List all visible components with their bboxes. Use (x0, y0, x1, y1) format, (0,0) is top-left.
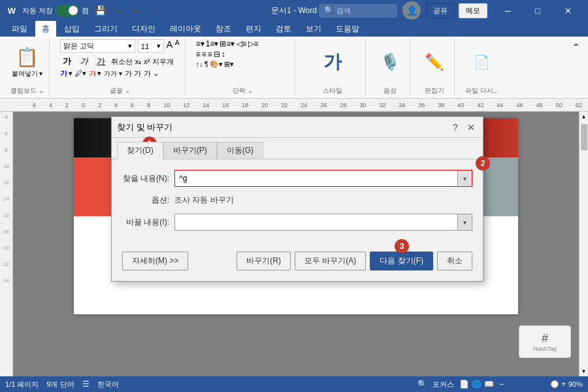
italic-btn[interactable]: 가 (77, 56, 91, 67)
find-dropdown-btn[interactable]: ▾ (457, 171, 472, 186)
bullet-list-btn[interactable]: ≡▾ (196, 39, 204, 48)
focus-icon[interactable]: 🔍 (417, 380, 427, 389)
options-label: 옵션: (122, 195, 174, 206)
tab-help[interactable]: 도움말 (329, 21, 366, 37)
increase-indent-btn[interactable]: ▷≡ (248, 39, 259, 48)
more-button[interactable]: 자세히(M) >> (122, 252, 188, 270)
replace-button[interactable]: 바꾸기(R) (237, 252, 291, 270)
status-icon-marks[interactable]: ☰ (82, 380, 90, 389)
find-replace-dialog[interactable]: 찾기 및 바꾸기 ? ✕ 찾기(D) 바꾸기(P) 이동(G) 찾을 내용(N)… (111, 116, 483, 282)
justify-btn[interactable]: ⊟ (214, 50, 220, 59)
zoom-slider[interactable] (506, 383, 559, 385)
tab-draw[interactable]: 그리기 (88, 21, 124, 37)
auto-save-label: 자동 저장 (22, 6, 53, 16)
font-label: 글꼴 ⌄ (110, 85, 130, 95)
scroll-thumb[interactable] (581, 124, 587, 150)
replace-dropdown-btn[interactable]: ▾ (457, 214, 472, 230)
tab-insert[interactable]: 삽입 (57, 21, 86, 37)
web-view-btn[interactable]: 🌐 (472, 380, 482, 389)
shading-btn[interactable]: 🎨▾ (210, 60, 223, 69)
dialog-tab-goto[interactable]: 이동(G) (217, 142, 263, 159)
user-avatar[interactable]: 👤 (402, 1, 421, 20)
multilevel-list-btn[interactable]: ⊞≡▾ (220, 39, 235, 48)
align-left-btn[interactable]: ≡ (196, 50, 201, 59)
font-grow-btn[interactable]: A (167, 39, 172, 53)
search-bar[interactable]: 🔍 검색 (319, 4, 397, 18)
dialog-close-btn[interactable]: ✕ (465, 121, 478, 134)
phonetic-btn[interactable]: 가 ⌄ (144, 69, 159, 78)
read-view-btn[interactable]: 📖 (484, 380, 494, 389)
tab-design[interactable]: 디자인 (125, 21, 162, 37)
more-font-btn[interactable]: 가가 ▾ (104, 69, 122, 78)
redo-icon[interactable]: ↪ (129, 3, 144, 18)
ruler-mark: 6 (33, 102, 36, 108)
tab-file[interactable]: 파일 (5, 21, 34, 37)
undo-icon[interactable]: ↩ (111, 3, 125, 18)
paste-icon[interactable]: 📋 (16, 46, 39, 68)
find-next-button[interactable]: 다음 찾기(F) (370, 252, 433, 270)
minimize-button[interactable]: ─ (493, 0, 523, 21)
ruler-mark: 34 (399, 102, 405, 108)
tab-mail[interactable]: 편지 (239, 21, 268, 37)
tab-review[interactable]: 검토 (269, 21, 298, 37)
scrollbar-vertical[interactable]: ▲ ▼ (579, 112, 588, 376)
border-btn[interactable]: ⊞▾ (224, 60, 234, 69)
replace-input[interactable] (175, 215, 457, 229)
tab-reference[interactable]: 참조 (209, 21, 238, 37)
align-center-btn[interactable]: ≡ (202, 50, 206, 59)
find-input[interactable] (175, 171, 457, 186)
editor-icon[interactable]: ✏️ (425, 53, 444, 71)
tab-layout[interactable]: 레이아웃 (163, 21, 208, 37)
dialog-tab-replace[interactable]: 바꾸기(P) (163, 142, 217, 159)
highlight-btn[interactable]: 🖊▾ (75, 69, 86, 78)
customize-qa-icon[interactable]: ⌄ (148, 3, 162, 18)
paste-dropdown[interactable]: 붙여넣기 ▾ (12, 69, 43, 78)
tab-home[interactable]: 홈 (35, 21, 56, 37)
view-mode-icons: 📄 🌐 📖 (459, 380, 494, 389)
clear-format-btn[interactable]: 지우개 (152, 57, 174, 67)
underline-btn[interactable]: 가 (94, 56, 108, 67)
style-preview[interactable]: 가 (323, 50, 342, 74)
font-name-selector[interactable]: 맑은 고딕▾ (60, 39, 135, 53)
font-color2-btn[interactable]: 가▾ (89, 69, 101, 78)
maximize-button[interactable]: □ (523, 0, 553, 21)
options-row: 옵션: 조사 자동 바꾸기 (122, 195, 472, 206)
zoom-out-btn[interactable]: − (499, 380, 504, 389)
print-view-btn[interactable]: 📄 (459, 380, 469, 389)
cancel-button[interactable]: 취소 (437, 252, 472, 270)
show-marks-btn[interactable]: ¶ (204, 60, 208, 69)
subscript-btn[interactable]: x₂ (135, 57, 142, 66)
microphone-icon[interactable]: 🎙️ (380, 53, 400, 71)
file-again-icon[interactable]: 📄 (474, 54, 490, 70)
font-options-btns[interactable]: 가 가 (125, 69, 141, 78)
bold-btn[interactable]: 가 (60, 56, 74, 67)
scroll-down-btn[interactable]: ▼ (580, 367, 588, 376)
numbered-list-btn[interactable]: 1≡▾ (206, 39, 219, 48)
close-button[interactable]: ✕ (553, 0, 583, 21)
save-icon[interactable]: 💾 (93, 3, 107, 18)
ruler-mark: 26 (320, 102, 327, 108)
find-label: 찾을 내용(N): (122, 173, 174, 184)
font-shrink-btn[interactable]: A (175, 39, 180, 53)
replace-all-button[interactable]: 모두 바꾸기(A) (295, 252, 366, 270)
zoom-in-btn[interactable]: + (561, 380, 566, 389)
dialog-tabs: 찾기(D) 바꾸기(P) 이동(G) (112, 138, 483, 159)
dialog-help-btn[interactable]: ? (449, 121, 462, 134)
tab-view[interactable]: 보기 (299, 21, 328, 37)
share-button[interactable]: 공유 (426, 3, 455, 18)
hashtag-logo: # (542, 332, 548, 346)
decrease-indent-btn[interactable]: ◁≡ (237, 39, 247, 48)
collapse-ribbon-btn[interactable]: ⌃ (570, 39, 583, 55)
document-title: 문서1 - Word (271, 5, 317, 16)
font-size-selector[interactable]: 11▾ (138, 39, 164, 53)
memo-button[interactable]: 메모 (459, 3, 487, 18)
font-color-btn[interactable]: 가▾ (60, 69, 73, 78)
scroll-up-btn[interactable]: ▲ (580, 112, 588, 122)
align-right-btn[interactable]: ≡ (208, 50, 212, 59)
dialog-tab-find[interactable]: 찾기(D) (117, 142, 163, 159)
superscript-btn[interactable]: x² (144, 57, 150, 65)
strikethrough-btn[interactable]: 취소선 (111, 57, 133, 67)
line-spacing-btn[interactable]: ↕ (221, 50, 225, 59)
sort-btn[interactable]: ↑↓ (196, 60, 203, 69)
auto-save-toggle[interactable] (56, 5, 79, 16)
